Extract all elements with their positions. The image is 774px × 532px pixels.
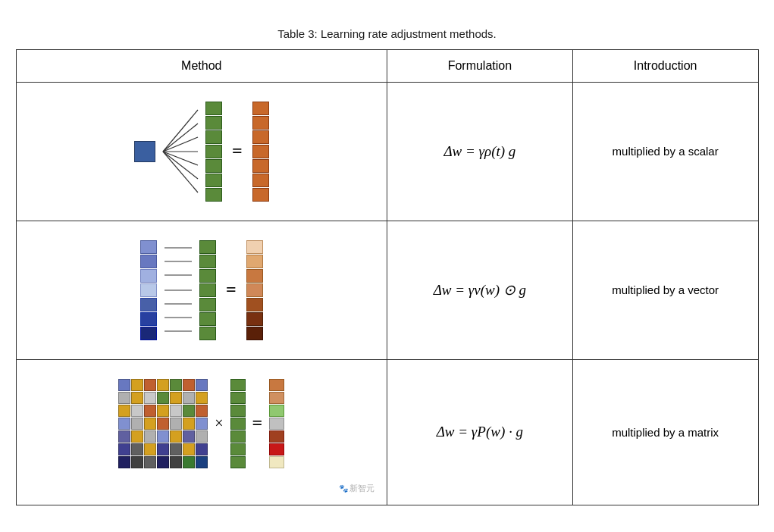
formula-text-3: Δw = γP(w) · g [437,424,523,440]
header-method: Method [16,49,387,82]
formula-text-1: Δw = γρ(t) g [443,143,515,159]
fan-lines-svg-2 [163,241,193,340]
svg-line-6 [163,152,198,192]
formula-text-2: Δw = γv(w) ⊙ g [434,282,526,298]
intro-cell-1: multiplied by a scalar [572,82,758,221]
svg-line-5 [163,152,198,179]
table-row: = [16,221,758,359]
times-sign: × [215,415,223,432]
svg-line-1 [163,124,198,152]
intro-cell-3: multiplied by a matrix [572,359,758,505]
header-introduction: Introduction [572,49,758,82]
formula-cell-2: Δw = γv(w) ⊙ g [387,221,573,359]
green-column-2 [199,240,216,340]
svg-line-2 [163,137,198,152]
formula-cell-3: Δw = γP(w) · g [387,359,573,505]
intro-cell-2: multiplied by a vector [572,221,758,359]
main-table: Method Formulation Introduction [16,49,759,505]
green-column-1 [205,102,222,202]
method-cell-3: × = [16,359,387,505]
equals-3: = [252,413,263,433]
blue-gradient-column [140,240,157,340]
header-formulation: Formulation [387,49,573,82]
green-column-3 [230,379,246,468]
table-row: × = [16,359,758,505]
table-row: = [16,82,758,221]
page-container: Table 3: Learning rate adjustment method… [16,27,759,505]
result-column-3 [269,379,284,468]
table-title: Table 3: Learning rate adjustment method… [16,27,759,40]
fan-lines-svg-1 [161,102,199,201]
mixed-column-2 [246,240,263,340]
orange-column-1 [252,102,269,202]
color-grid [118,379,208,468]
method-cell-1: = [16,82,387,221]
equals-2: = [226,280,237,300]
equals-1: = [232,141,243,161]
formula-cell-1: Δw = γρ(t) g [387,82,573,221]
svg-line-0 [163,110,198,152]
method-cell-2: = [16,221,387,359]
watermark: 🐾 新智元 [23,480,381,497]
